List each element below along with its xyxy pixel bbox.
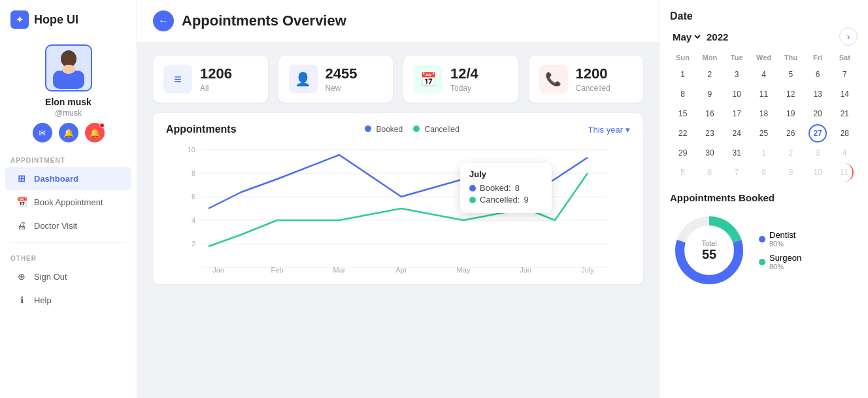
stat-label-all: All — [200, 84, 232, 93]
month-year-display: May 2022 — [670, 31, 728, 43]
action-icons: ✉ 🔔 🔔 — [33, 123, 105, 142]
svg-text:Jun: Jun — [520, 266, 531, 274]
cal-day[interactable]: 13 — [809, 85, 827, 103]
avatar-section: Elon musk @musk ✉ 🔔 🔔 — [0, 39, 137, 150]
alert-icon-btn[interactable]: 🔔 — [85, 123, 105, 142]
cal-day[interactable]: 5 — [782, 65, 800, 84]
message-icon-btn[interactable]: ✉ — [33, 123, 52, 142]
nav-section-other-label: OTHER — [0, 248, 137, 265]
tooltip-booked-row: Booked: 8 — [469, 183, 542, 193]
cal-day[interactable]: 16 — [701, 105, 719, 123]
donut-center: Total 55 — [701, 239, 716, 262]
sidebar-item-sign-out[interactable]: ⊕ Sign Out — [5, 265, 131, 288]
next-month-button[interactable]: › — [839, 27, 858, 46]
appointments-chart: 10 8 6 4 2 Jan Feb Mar Apr May Jun July — [166, 143, 630, 274]
stat-info: 1200 Cancelled — [576, 65, 610, 93]
cal-day-other[interactable]: 3 — [809, 144, 827, 162]
stat-info: 1206 All — [200, 65, 232, 93]
cal-day-other[interactable]: 1 — [754, 144, 773, 162]
tooltip-cancelled-val: 9 — [524, 195, 528, 205]
cal-day[interactable]: 19 — [782, 105, 800, 123]
user-name: Elon musk — [45, 97, 92, 107]
cancelled-dot — [413, 125, 420, 132]
cal-day[interactable]: 6 — [809, 65, 827, 84]
cal-day[interactable]: 24 — [727, 124, 746, 142]
svg-point-2 — [62, 65, 75, 74]
cal-day[interactable]: 9 — [701, 85, 719, 103]
booked-title: Appointments Booked — [670, 192, 858, 203]
cal-day[interactable]: 29 — [674, 144, 692, 162]
cal-day[interactable]: 3 — [727, 65, 746, 84]
cal-day[interactable]: 8 — [674, 85, 692, 103]
svg-text:8: 8 — [192, 169, 195, 177]
cal-day-other[interactable]: 6 — [701, 163, 719, 182]
sidebar: ✦ Hope UI Elon musk @musk ✉ 🔔 🔔 APPOINTM… — [0, 0, 137, 398]
cal-header-tue: Tue — [724, 51, 750, 64]
cal-day-other[interactable]: 8 — [754, 163, 773, 182]
chevron-down-icon: ▾ — [626, 125, 630, 135]
cal-day[interactable]: 30 — [701, 144, 719, 162]
cal-day[interactable]: 1 — [674, 65, 692, 84]
stats-row: ≡ 1206 All 👤 2455 New 📅 12/4 Today — [153, 56, 643, 103]
cal-day-today[interactable]: 27 — [809, 124, 827, 142]
sidebar-logo: ✦ Hope UI — [0, 10, 137, 39]
surgeon-label: Surgeon — [769, 253, 801, 263]
cal-day-other[interactable]: 5 — [674, 163, 692, 182]
cal-day[interactable]: 28 — [835, 124, 854, 142]
sidebar-item-label: Dashboard — [34, 174, 78, 184]
cal-day[interactable]: 18 — [754, 105, 773, 123]
cal-day[interactable]: 26 — [782, 124, 800, 142]
chart-card: Appointments Booked Cancelled This year … — [153, 113, 643, 284]
back-button[interactable]: ← — [153, 10, 174, 31]
stat-label-new: New — [326, 84, 358, 93]
year-select[interactable]: This year ▾ — [588, 125, 630, 135]
month-select[interactable]: May — [670, 31, 703, 43]
svg-text:6: 6 — [192, 193, 195, 201]
svg-text:May: May — [457, 266, 471, 274]
cal-day-other[interactable]: 9 — [782, 163, 800, 182]
cal-day[interactable]: 4 — [754, 65, 773, 84]
cal-day[interactable]: 17 — [727, 105, 746, 123]
svg-text:Apr: Apr — [395, 266, 407, 274]
cal-day[interactable]: 11 — [754, 85, 773, 103]
svg-text:2: 2 — [192, 240, 195, 248]
cal-day-other[interactable]: 7 — [727, 163, 746, 182]
dentist-color-dot — [759, 236, 765, 242]
cal-day[interactable]: 12 — [782, 85, 800, 103]
cal-day[interactable]: 14 — [835, 85, 854, 103]
sidebar-item-help[interactable]: ℹ Help — [5, 288, 131, 312]
legend-item-dentist: Dentist 80% — [759, 230, 801, 248]
stat-num-new: 2455 — [326, 65, 358, 82]
calendar-icon: 📅 — [16, 196, 27, 208]
cal-day-other[interactable]: 2 — [782, 144, 800, 162]
chart-header: Appointments Booked Cancelled This year … — [166, 124, 630, 135]
cal-day[interactable]: 31 — [727, 144, 746, 162]
stat-card-today: 📅 12/4 Today — [403, 56, 518, 103]
cal-day-special[interactable]: 11 — [835, 163, 854, 182]
sidebar-item-dashboard[interactable]: ⊞ Dashboard — [5, 167, 131, 190]
cal-day[interactable]: 23 — [701, 124, 719, 142]
sidebar-item-book-appointment[interactable]: 📅 Book Appointment — [5, 190, 131, 214]
cal-day[interactable]: 10 — [727, 85, 746, 103]
month-nav: May 2022 › — [670, 27, 858, 46]
legend-cancelled: Cancelled — [413, 125, 459, 134]
cal-day[interactable]: 2 — [701, 65, 719, 84]
legend-booked: Booked — [365, 125, 403, 134]
cal-day[interactable]: 22 — [674, 124, 692, 142]
svg-text:4: 4 — [192, 216, 195, 224]
cal-day[interactable]: 7 — [835, 65, 854, 84]
notification-icon-btn[interactable]: 🔔 — [59, 123, 78, 142]
cal-header-fri: Fri — [805, 51, 830, 64]
svg-text:Jan: Jan — [212, 266, 224, 274]
cal-day[interactable]: 25 — [754, 124, 773, 142]
cal-day[interactable]: 20 — [809, 105, 827, 123]
cal-day-other[interactable]: 10 — [809, 163, 827, 182]
cal-day-other[interactable]: 4 — [835, 144, 854, 162]
chart-tooltip: July Booked: 8 Cancelled: 9 — [460, 163, 552, 213]
tooltip-cancelled-label: Cancelled: — [480, 195, 520, 205]
sidebar-item-doctor-visit[interactable]: 🖨 Doctor Visit — [5, 214, 131, 237]
stat-card-all: ≡ 1206 All — [153, 56, 268, 103]
sidebar-item-label: Help — [34, 295, 52, 305]
cal-day[interactable]: 21 — [835, 105, 854, 123]
cal-day[interactable]: 15 — [674, 105, 692, 123]
